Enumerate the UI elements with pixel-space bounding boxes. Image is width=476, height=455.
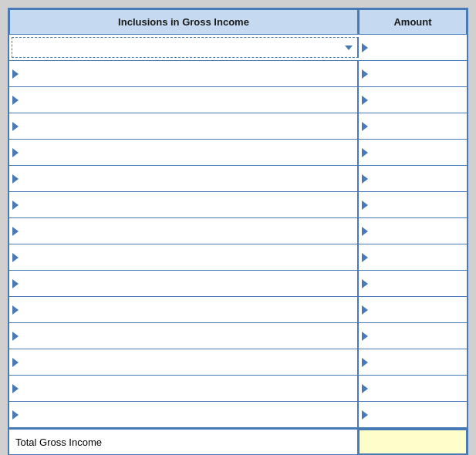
table-row <box>9 271 467 297</box>
row-left-arrow-icon <box>12 279 19 288</box>
inclusions-cell <box>9 140 359 165</box>
row-right-arrow-icon <box>362 96 368 105</box>
amount-cell <box>359 376 467 401</box>
row-right-arrow-icon <box>362 384 368 393</box>
row-right-arrow-icon <box>362 69 368 79</box>
row-left-arrow-icon <box>12 384 19 393</box>
main-table: Inclusions in Gross Income Amount Option… <box>8 8 468 455</box>
table-row <box>9 113 467 140</box>
inclusions-input-4[interactable] <box>22 120 354 132</box>
table-row <box>9 218 467 244</box>
inclusions-cell <box>9 87 359 113</box>
row-left-arrow-icon <box>12 174 19 184</box>
inclusions-cell <box>9 166 359 191</box>
row-right-arrow-icon <box>362 148 368 157</box>
amount-cell <box>359 61 467 86</box>
amount-input-4[interactable] <box>371 120 464 132</box>
dropdown-wrapper: Option 1 Option 2 Option 3 <box>17 42 353 53</box>
amount-input-1[interactable] <box>371 42 464 53</box>
amount-cell <box>359 87 467 113</box>
inclusions-cell <box>9 192 359 217</box>
table-row <box>9 349 467 376</box>
inclusions-input-8[interactable] <box>22 225 354 237</box>
total-gross-income-label: Total Gross Income <box>15 436 102 448</box>
inclusions-input-9[interactable] <box>22 251 354 263</box>
inclusions-cell <box>9 218 359 244</box>
row-left-arrow-icon <box>12 69 19 79</box>
row-left-arrow-icon <box>12 253 19 262</box>
amount-input-9[interactable] <box>371 251 464 263</box>
row-left-arrow-icon <box>12 96 19 105</box>
inclusions-input-11[interactable] <box>22 304 354 315</box>
inclusions-cell <box>9 349 359 375</box>
row-left-arrow-icon <box>12 305 19 315</box>
inclusions-cell <box>9 376 359 401</box>
total-row: Total Gross Income <box>9 428 467 454</box>
inclusions-input-6[interactable] <box>22 173 354 184</box>
table-row <box>9 192 467 218</box>
amount-cell <box>359 166 467 191</box>
inclusions-cell <box>9 61 359 86</box>
inclusions-input-14[interactable] <box>22 383 354 394</box>
dropdown-arrow-icon <box>345 46 353 50</box>
amount-cell <box>359 271 467 296</box>
dropdown-cell[interactable]: Option 1 Option 2 Option 3 <box>12 37 359 58</box>
table-row <box>9 297 467 323</box>
table-row <box>9 244 467 271</box>
row-right-arrow-icon <box>362 410 368 420</box>
amount-input-10[interactable] <box>371 278 464 289</box>
table-row <box>9 87 467 113</box>
total-gross-income-input[interactable] <box>363 436 463 448</box>
amount-input-2[interactable] <box>371 68 464 79</box>
amount-input-7[interactable] <box>371 199 464 211</box>
row-arrow-icon <box>362 43 368 52</box>
amount-input-15[interactable] <box>371 409 464 420</box>
amount-input-6[interactable] <box>371 173 464 184</box>
inclusions-header: Inclusions in Gross Income <box>9 9 359 35</box>
inclusions-input-12[interactable] <box>22 330 354 342</box>
amount-cell <box>359 244 467 270</box>
inclusions-input-7[interactable] <box>22 199 354 211</box>
inclusions-dropdown[interactable]: Option 1 Option 2 Option 3 <box>17 42 343 53</box>
amount-input-5[interactable] <box>371 147 464 158</box>
amount-cell <box>359 218 467 244</box>
amount-input-13[interactable] <box>371 356 464 368</box>
table-row <box>9 376 467 402</box>
amount-input-12[interactable] <box>371 330 464 342</box>
inclusions-input-13[interactable] <box>22 356 354 368</box>
table-row <box>9 140 467 166</box>
inclusions-header-label: Inclusions in Gross Income <box>118 16 249 28</box>
row-right-arrow-icon <box>362 305 368 315</box>
amount-input-8[interactable] <box>371 225 464 237</box>
row-right-arrow-icon <box>362 279 368 288</box>
inclusions-input-10[interactable] <box>22 278 354 289</box>
inclusions-input-15[interactable] <box>22 409 354 420</box>
table-row <box>9 323 467 349</box>
row-right-arrow-icon <box>362 227 368 236</box>
row-left-arrow-icon <box>12 332 19 341</box>
amount-header-label: Amount <box>393 16 431 28</box>
row-left-arrow-icon <box>12 201 19 210</box>
amount-cell <box>359 297 467 322</box>
table-row-dropdown: Option 1 Option 2 Option 3 <box>9 35 467 61</box>
row-right-arrow-icon <box>362 174 368 184</box>
inclusions-input-5[interactable] <box>22 147 354 158</box>
table-row <box>9 402 467 428</box>
row-left-arrow-icon <box>12 410 19 420</box>
amount-cell <box>359 402 467 427</box>
row-left-arrow-icon <box>12 122 19 131</box>
amount-input-3[interactable] <box>371 94 464 106</box>
inclusions-input-3[interactable] <box>22 94 354 106</box>
row-left-arrow-icon <box>12 148 19 157</box>
inclusions-cell <box>9 402 359 427</box>
amount-input-14[interactable] <box>371 383 464 394</box>
amount-cell-dropdown <box>359 35 467 60</box>
table-row <box>9 166 467 192</box>
amount-input-11[interactable] <box>371 304 464 315</box>
inclusions-cell <box>9 113 359 139</box>
amount-header: Amount <box>359 9 467 35</box>
inclusions-cell <box>9 271 359 296</box>
inclusions-input-2[interactable] <box>22 68 354 79</box>
row-left-arrow-icon <box>12 358 19 367</box>
row-right-arrow-icon <box>362 358 368 367</box>
